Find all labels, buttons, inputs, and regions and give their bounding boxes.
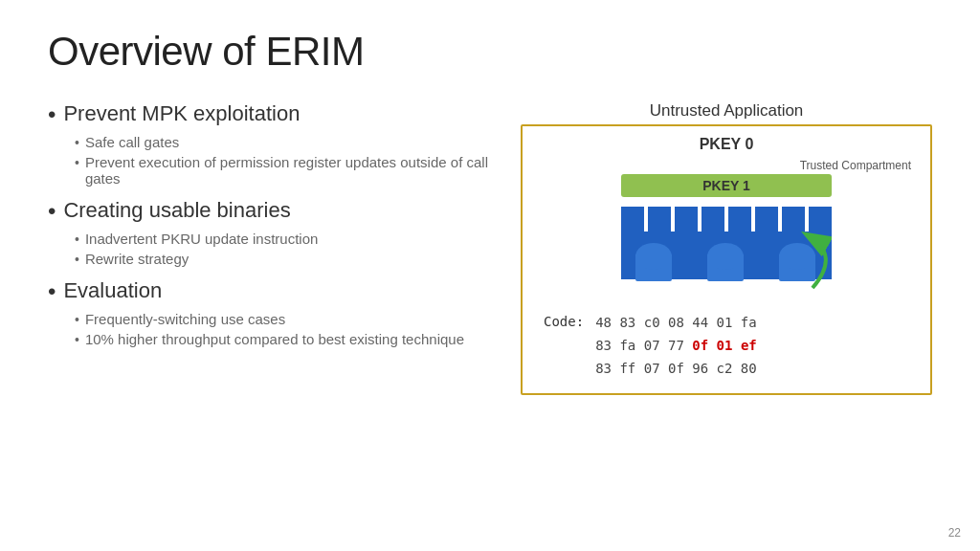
sub-2-1: Inadvertent PKRU update instruction bbox=[75, 231, 492, 247]
slide: Overview of ERIM Prevent MPK exploitatio… bbox=[0, 0, 980, 551]
code-line-3: 83 ff 07 0f 96 c2 80 bbox=[595, 358, 757, 381]
svg-rect-11 bbox=[635, 254, 672, 268]
page-number: 22 bbox=[948, 526, 961, 540]
svg-rect-0 bbox=[621, 207, 644, 235]
sub-2-2: Rewrite strategy bbox=[75, 251, 492, 267]
svg-rect-5 bbox=[755, 207, 778, 235]
code-label: Code: bbox=[544, 312, 584, 329]
svg-rect-3 bbox=[702, 207, 724, 235]
svg-rect-17 bbox=[779, 254, 815, 268]
trusted-compartment-label: Trusted Compartment bbox=[534, 159, 919, 172]
sub-1-2: Prevent execution of permission register… bbox=[75, 154, 492, 187]
svg-rect-4 bbox=[728, 207, 751, 235]
right-panel: Untrusted Application PKEY 0 Trusted Com… bbox=[521, 101, 932, 395]
sub-3-1: Frequently-switching use cases bbox=[75, 311, 492, 327]
section-2-subs: Inadvertent PKRU update instruction Rewr… bbox=[75, 231, 492, 267]
svg-rect-14 bbox=[707, 254, 744, 268]
code-lines: 48 83 c0 08 44 01 fa 83 fa 07 77 0f 01 e… bbox=[595, 312, 757, 380]
sub-3-2: 10% higher throughput compared to best e… bbox=[75, 331, 492, 347]
pkey1-label: PKEY 1 bbox=[621, 174, 832, 197]
code-section: Code: 48 83 c0 08 44 01 fa 83 fa 07 77 0… bbox=[534, 312, 919, 380]
section-2-main: Creating usable binaries bbox=[48, 198, 492, 225]
svg-rect-7 bbox=[809, 207, 832, 235]
section-3-main: Evaluation bbox=[48, 278, 492, 305]
svg-rect-6 bbox=[782, 207, 805, 235]
code-highlight-red: 0f 01 ef bbox=[692, 338, 756, 353]
code-line-1: 48 83 c0 08 44 01 fa bbox=[595, 312, 757, 335]
sub-1-1: Safe call gates bbox=[75, 134, 492, 150]
section-3-subs: Frequently-switching use cases 10% highe… bbox=[75, 311, 492, 347]
svg-rect-2 bbox=[675, 207, 698, 235]
code-line-2: 83 fa 07 77 0f 01 ef bbox=[595, 335, 757, 358]
section-1-subs: Safe call gates Prevent execution of per… bbox=[75, 134, 492, 187]
untrusted-label: Untrusted Application bbox=[521, 101, 932, 121]
castle-diagram bbox=[621, 197, 832, 302]
section-1-main: Prevent MPK exploitation bbox=[48, 101, 492, 128]
diagram-box: PKEY 0 Trusted Compartment PKEY 1 bbox=[521, 124, 932, 395]
pkey0-label: PKEY 0 bbox=[534, 136, 919, 153]
left-panel: Prevent MPK exploitation Safe call gates… bbox=[48, 101, 492, 359]
content-area: Prevent MPK exploitation Safe call gates… bbox=[48, 101, 932, 395]
slide-title: Overview of ERIM bbox=[48, 29, 932, 75]
svg-rect-1 bbox=[648, 207, 671, 235]
